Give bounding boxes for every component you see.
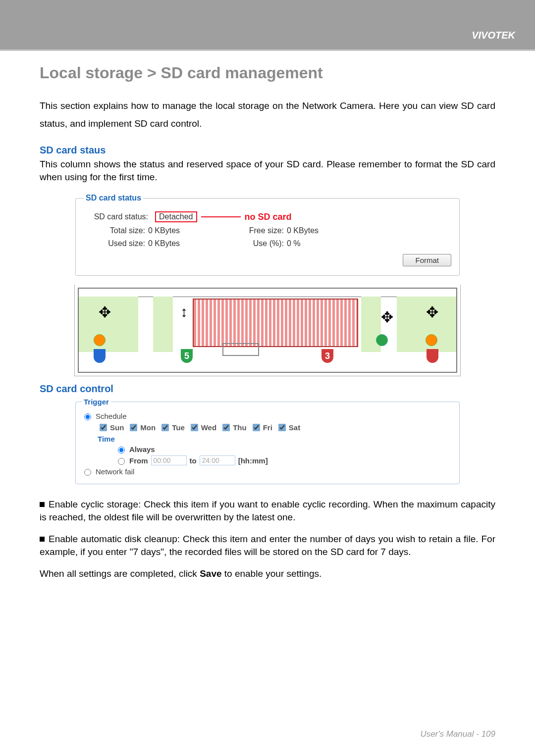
- schedule-label: Schedule: [96, 412, 127, 420]
- header-bar: VIVOTEK: [0, 0, 535, 50]
- hhmm-label: [hh:mm]: [238, 456, 268, 465]
- day-tue-checkbox[interactable]: [161, 424, 169, 431]
- blue-handle-icon: [94, 349, 106, 363]
- format-button[interactable]: Format: [403, 254, 451, 266]
- orange-marker-icon: [94, 334, 106, 346]
- red-handle-icon: 3: [321, 349, 333, 363]
- brand-label: VIVOTEK: [472, 30, 515, 41]
- list-item: Enable cyclic storage: Check this item i…: [40, 498, 495, 524]
- day-sat-checkbox[interactable]: [278, 424, 286, 431]
- closing-text: When all settings are completed, click S…: [40, 567, 495, 580]
- sd-status-value: Detached: [155, 211, 197, 222]
- schedule-radio[interactable]: [84, 413, 91, 420]
- mouse-pointer-icon: ↕: [180, 303, 188, 320]
- schedule-graphic: ✥ ↕ 5 3 ✥ ✥: [74, 285, 461, 376]
- orange-marker-icon: [376, 334, 388, 346]
- day-mon-checkbox[interactable]: [130, 424, 137, 431]
- mouse-pointer-icon: ✥: [99, 303, 111, 321]
- network-fail-label: Network fail: [96, 467, 134, 476]
- network-fail-radio[interactable]: [84, 469, 91, 476]
- list-item: Enable automatic disk cleanup: Check thi…: [40, 533, 495, 558]
- time-from-radio[interactable]: [118, 458, 125, 465]
- sd-status-label: SD card status:: [84, 212, 148, 221]
- used-size-value: 0 KBytes: [148, 239, 208, 248]
- total-size-value: 0 KBytes: [148, 226, 208, 235]
- use-pct-value: 0 %: [287, 239, 346, 248]
- day-sun-checkbox[interactable]: [100, 424, 107, 431]
- red-handle-icon: [427, 349, 438, 363]
- free-size-value: 0 KBytes: [287, 226, 346, 235]
- trigger-legend: Trigger: [82, 398, 111, 406]
- day-fri-checkbox[interactable]: [253, 424, 260, 431]
- from-time-input[interactable]: [151, 455, 187, 465]
- used-size-label: Used size:: [84, 239, 148, 248]
- time-always-label: Always: [129, 445, 155, 454]
- footer: User's Manual - 109: [420, 729, 495, 739]
- section-control-heading: SD card control: [40, 383, 495, 395]
- time-heading: Time: [98, 435, 115, 443]
- sd-status-legend: SD card status: [84, 194, 143, 202]
- mouse-pointer-icon: ✥: [381, 308, 393, 326]
- total-size-label: Total size:: [84, 226, 148, 235]
- section-status-heading: SD card staus: [40, 145, 495, 156]
- bullet-list: Enable cyclic storage: Check this item i…: [40, 498, 495, 558]
- range-box-icon: [222, 343, 259, 356]
- use-pct-label: Use (%):: [208, 239, 287, 248]
- from-label: From: [129, 456, 148, 465]
- day-thu-checkbox[interactable]: [222, 424, 230, 431]
- mouse-pointer-icon: ✥: [426, 303, 438, 321]
- green-handle-icon: 5: [181, 349, 193, 363]
- page-title: Local storage > SD card management: [40, 64, 495, 82]
- section-status-desc: This column shows the status and reserve…: [40, 158, 495, 184]
- to-time-input[interactable]: [200, 455, 235, 465]
- intro-text: This section explains how to manage the …: [40, 97, 495, 133]
- day-wed-checkbox[interactable]: [191, 424, 198, 431]
- sd-status-panel: SD card status SD card status: Detached …: [75, 194, 460, 276]
- trigger-panel: Trigger Schedule Sun Mon Tue Wed Thu Fri…: [75, 398, 460, 484]
- to-label: to: [190, 456, 197, 465]
- callout-line: [201, 216, 241, 217]
- orange-marker-icon: [426, 334, 437, 346]
- time-always-radio[interactable]: [118, 447, 125, 454]
- day-checkboxes: Sun Mon Tue Wed Thu Fri Sat: [82, 422, 453, 433]
- no-sd-card-callout: no SD card: [245, 212, 292, 222]
- free-size-label: Free size:: [208, 226, 287, 235]
